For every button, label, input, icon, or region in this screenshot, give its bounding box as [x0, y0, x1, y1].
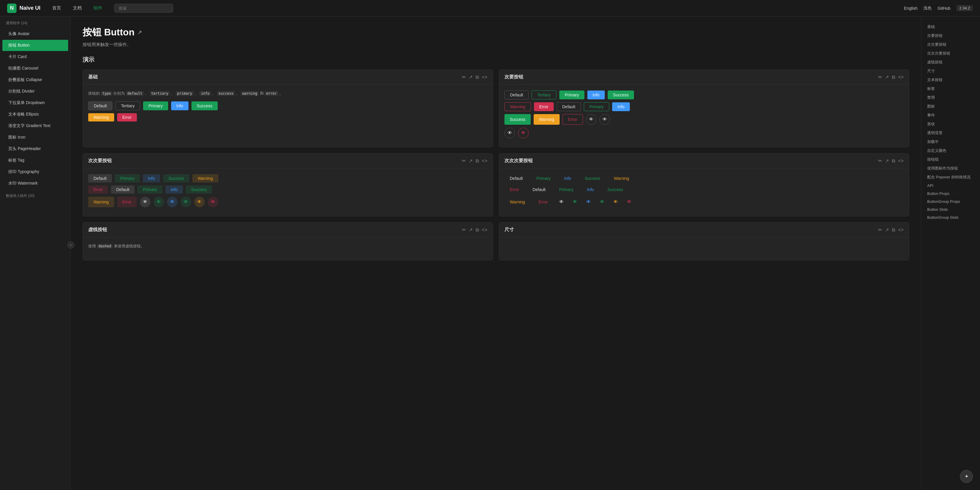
right-sidebar-item-basic[interactable]: 基础: [921, 22, 980, 31]
nav-docs[interactable]: 文档: [70, 4, 84, 12]
btn-quat-primary[interactable]: Primary: [531, 174, 556, 182]
sidebar-item-ellipsis[interactable]: 文本省略 Ellipsis: [2, 109, 68, 120]
btn-basic-error[interactable]: Error: [117, 113, 137, 122]
right-sidebar-item-size[interactable]: 尺寸: [921, 67, 980, 76]
btn-basic-info[interactable]: Info: [171, 101, 189, 110]
btn-tert-info2[interactable]: Info: [165, 186, 183, 194]
nav-home[interactable]: 首页: [50, 4, 64, 12]
btn-quat-default2[interactable]: Default: [527, 186, 551, 194]
btn-sec-info-r2[interactable]: Info: [612, 102, 630, 111]
sidebar-item-gradient-text[interactable]: 渐变文字 Gradient Text: [2, 120, 68, 132]
btn-tert-icon6[interactable]: 👁: [208, 197, 218, 207]
sidebar-item-tag[interactable]: 标签 Tag: [2, 155, 68, 166]
demo-card-tertiary-action-copy[interactable]: ⧉: [476, 158, 479, 163]
right-sidebar-item-btngroup-slots[interactable]: ButtonGroup Slots: [921, 214, 980, 221]
btn-tert-success2[interactable]: Success: [186, 186, 212, 194]
nav-github[interactable]: GitHub: [937, 6, 950, 11]
btn-tert-primary[interactable]: Primary: [115, 174, 140, 182]
right-sidebar-item-btngroup-props[interactable]: ButtonGroup Props: [921, 198, 980, 206]
btn-sec-icon3[interactable]: 👁: [504, 128, 515, 138]
btn-sec-pri-r2[interactable]: Primary: [584, 102, 609, 111]
btn-quat-icon4[interactable]: 👁: [597, 197, 608, 207]
btn-sec-def-r2[interactable]: Default: [557, 102, 581, 111]
demo-card-dashed-action-pen[interactable]: ✏: [462, 227, 466, 233]
btn-sec-default[interactable]: Default: [504, 90, 529, 99]
btn-sec-error-r2[interactable]: Error: [534, 102, 554, 111]
demo-card-secondary-action-pen[interactable]: ✏: [878, 74, 882, 80]
btn-tert-icon3[interactable]: 👁: [167, 197, 178, 207]
right-sidebar-item-btn-props[interactable]: Button Props: [921, 190, 980, 198]
right-sidebar-item-icon[interactable]: 图标: [921, 102, 980, 111]
right-sidebar-item-btn-slots[interactable]: Button Slots: [921, 206, 980, 214]
btn-quat-icon2[interactable]: 👁: [570, 197, 580, 207]
right-sidebar-item-custom-color[interactable]: 自定义颜色: [921, 146, 980, 155]
demo-card-secondary-action-code[interactable]: <>: [898, 75, 904, 80]
demo-card-secondary-action-link[interactable]: ↗: [885, 74, 889, 80]
btn-basic-default[interactable]: Default: [88, 101, 112, 110]
search-input[interactable]: [114, 4, 173, 13]
btn-basic-primary[interactable]: Primary: [143, 101, 168, 110]
right-sidebar-item-tertiary[interactable]: 次次要按钮: [921, 40, 980, 49]
sidebar-item-card[interactable]: 卡片 Card: [2, 51, 68, 62]
demo-card-size-action-code[interactable]: <>: [898, 227, 904, 233]
btn-basic-tertiary[interactable]: Tertiary: [115, 101, 140, 110]
right-sidebar-item-text[interactable]: 文本按钮: [921, 76, 980, 84]
sidebar-item-watermark[interactable]: 水印 Watermark: [2, 178, 68, 189]
demo-card-dashed-action-code[interactable]: <>: [482, 227, 487, 233]
btn-tert-icon4[interactable]: 👁: [181, 197, 191, 207]
btn-tert-default[interactable]: Default: [88, 174, 112, 182]
right-sidebar-item-dashed[interactable]: 虚线按钮: [921, 58, 980, 67]
btn-quat-success[interactable]: Success: [579, 174, 606, 182]
demo-card-quaternary-action-link[interactable]: ↗: [885, 158, 889, 163]
logo[interactable]: N Naive UI: [7, 3, 40, 13]
sidebar-item-dropdown[interactable]: 下拉菜单 Dropdown: [2, 97, 68, 108]
btn-sec-icon4[interactable]: 👁: [518, 128, 529, 138]
right-sidebar-item-shape[interactable]: 形状: [921, 120, 980, 128]
btn-quat-icon3[interactable]: 👁: [583, 197, 594, 207]
sidebar-item-typography[interactable]: 排印 Typography: [2, 166, 68, 178]
btn-tert-icon5[interactable]: 👁: [194, 197, 205, 207]
demo-card-tertiary-action-pen[interactable]: ✏: [462, 158, 466, 163]
sidebar-item-avatar[interactable]: 头像 Avatar: [2, 28, 68, 40]
right-sidebar-item-disabled[interactable]: 禁用: [921, 93, 980, 102]
right-sidebar-item-loading[interactable]: 加载中: [921, 137, 980, 146]
btn-tert-primary2[interactable]: Primary: [137, 186, 162, 194]
sidebar-item-icon[interactable]: 图标 Icon: [2, 132, 68, 143]
btn-quat-icon6[interactable]: 👁: [624, 197, 635, 207]
btn-quat-warn2[interactable]: Warning: [504, 197, 530, 207]
btn-quat-success2[interactable]: Success: [602, 186, 628, 194]
btn-sec-icon2[interactable]: 👁: [600, 114, 610, 125]
btn-tert-icon1[interactable]: 👁: [140, 197, 150, 207]
right-sidebar-item-secondary[interactable]: 次要按钮: [921, 31, 980, 40]
btn-quat-err2[interactable]: Error: [533, 197, 553, 207]
right-sidebar-item-popover[interactable]: 配合 Popover 的特殊情况: [921, 173, 980, 182]
sidebar-item-pageheader[interactable]: 页头 PageHeader: [2, 143, 68, 154]
btn-sec-err-r3[interactable]: Error: [563, 114, 583, 125]
demo-card-size-action-copy[interactable]: ⧉: [892, 227, 895, 233]
nav-language[interactable]: English: [904, 6, 918, 11]
nav-components[interactable]: 组件: [91, 4, 105, 12]
demo-card-secondary-action-copy[interactable]: ⧉: [892, 75, 895, 80]
btn-quat-primary2[interactable]: Primary: [554, 186, 579, 194]
sidebar-item-collapse[interactable]: 折叠面板 Collapse: [2, 74, 68, 86]
right-sidebar-item-btn-group[interactable]: 按钮组: [921, 155, 980, 164]
btn-basic-warning[interactable]: Warning: [88, 113, 114, 122]
btn-quat-info2[interactable]: Info: [582, 186, 599, 194]
btn-sec-success[interactable]: Success: [608, 90, 634, 99]
demo-card-size-action-pen[interactable]: ✏: [878, 227, 882, 233]
btn-quat-error[interactable]: Error: [504, 186, 524, 194]
right-sidebar-item-icon-btn[interactable]: 使用图标作为按钮: [921, 164, 980, 173]
btn-tert-warn2[interactable]: Warning: [88, 197, 114, 207]
demo-card-size-action-link[interactable]: ↗: [885, 227, 889, 233]
btn-sec-warn-r3[interactable]: Warning: [534, 114, 560, 125]
btn-tert-error[interactable]: Error: [88, 186, 108, 194]
btn-sec-primary[interactable]: Primary: [559, 90, 584, 99]
nav-theme[interactable]: 浅色: [923, 6, 932, 11]
btn-quat-default[interactable]: Default: [504, 174, 528, 182]
btn-quat-info[interactable]: Info: [559, 174, 576, 182]
right-sidebar-item-quaternary[interactable]: 次次次要按钮: [921, 49, 980, 58]
btn-sec-info[interactable]: Info: [587, 90, 605, 99]
btn-tert-warning[interactable]: Warning: [192, 174, 218, 182]
right-sidebar-item-event[interactable]: 事件: [921, 111, 980, 120]
demo-card-dashed-action-copy[interactable]: ⧉: [476, 227, 479, 233]
